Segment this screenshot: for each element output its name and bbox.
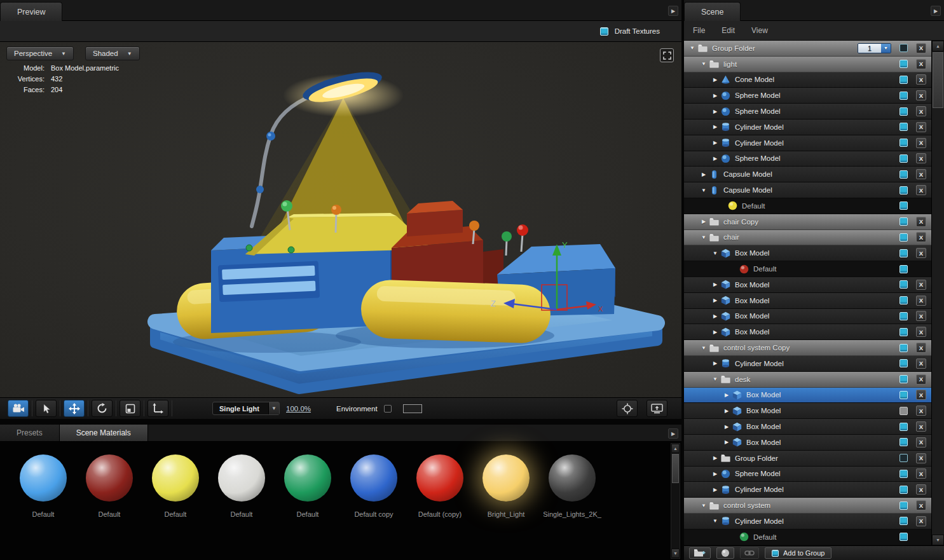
expand-arrow-icon[interactable]: ▶ [722,439,731,445]
add-to-group-button[interactable]: Add to Group [765,547,831,559]
delete-button[interactable]: X [916,453,926,463]
expand-arrow-icon[interactable]: ▶ [711,282,720,287]
delete-button[interactable]: X [916,122,926,132]
collapse-arrow-icon[interactable]: ▼ [699,345,708,351]
tree-row-box-model[interactable]: ▶Box ModelX [684,388,931,404]
delete-button[interactable]: X [916,217,926,227]
visibility-checkbox[interactable] [900,280,908,289]
delete-button[interactable]: X [916,327,926,337]
expand-arrow-icon[interactable]: ▶ [711,140,720,146]
tree-row-capsule-model[interactable]: ▼Capsule ModelX [684,182,931,198]
delete-button[interactable]: X [916,138,926,148]
material-tile[interactable]: Default [275,449,341,518]
delete-button[interactable]: X [916,343,926,353]
material-tile[interactable]: Single_Lights_2K_ [539,449,605,518]
material-sphere[interactable] [152,454,199,502]
collapse-arrow-icon[interactable]: ▼ [711,250,720,256]
tab-preview[interactable]: Preview [0,2,62,21]
collapse-arrow-icon[interactable]: ▼ [711,518,720,524]
expand-arrow-icon[interactable]: ▶ [722,392,731,398]
material-tile[interactable]: Default [142,449,209,518]
expand-arrow-icon[interactable]: ▶ [711,455,720,461]
delete-button[interactable]: X [916,437,926,447]
visibility-checkbox[interactable] [900,375,908,383]
tree-row-box-model[interactable]: ▼Box ModelX [684,245,931,261]
material-sphere[interactable] [20,454,67,502]
expand-arrow-icon[interactable]: ▶ [722,408,731,414]
link-button[interactable] [740,547,759,559]
delete-button[interactable]: X [916,484,926,495]
tab-scene-materials[interactable]: Scene Materials [60,425,148,441]
visibility-checkbox[interactable] [900,233,908,242]
visibility-checkbox[interactable] [900,391,908,399]
tree-row-control-system-copy[interactable]: ▼control system CopyX [684,340,931,356]
tree-row-chair-copy[interactable]: ▶chair CopyX [684,214,931,230]
expand-arrow-icon[interactable]: ▶ [722,424,731,430]
visibility-checkbox[interactable] [900,186,908,195]
zoom-level-link[interactable]: 100.0% [286,405,311,413]
delete-button[interactable]: X [916,153,926,163]
delete-button[interactable]: X [916,311,926,321]
collapse-arrow-icon[interactable]: ▼ [699,235,708,240]
tree-row-cylinder-model[interactable]: ▶Cylinder ModelX [684,135,931,151]
delete-button[interactable]: X [916,59,926,69]
visibility-checkbox[interactable] [900,296,908,304]
tree-row-sphere-model[interactable]: ▶Sphere ModelX [684,467,931,482]
shading-dropdown[interactable]: Shaded ▼ [85,46,140,60]
material-sphere[interactable] [482,454,530,502]
visibility-checkbox[interactable] [900,139,908,147]
visibility-checkbox[interactable] [900,201,908,210]
camera-tool-button[interactable] [8,400,29,417]
scene-tree-scrollbar[interactable]: ▲ ▼ [931,41,944,545]
tree-row-control-system[interactable]: ▼control systemX [684,498,931,514]
material-tile[interactable]: Default (copy) [407,449,473,518]
fullscreen-button[interactable] [660,48,674,62]
delete-button[interactable]: X [916,421,926,432]
collapse-arrow-icon[interactable]: ▼ [711,376,720,382]
draft-textures-checkbox[interactable] [600,27,608,36]
tree-row-box-model[interactable]: ▶Box ModelX [684,419,931,435]
tree-row-sphere-model[interactable]: ▶Sphere ModelX [684,151,931,167]
visibility-checkbox[interactable] [900,265,908,273]
tree-row-box-model[interactable]: ▶Box ModelX [684,293,931,309]
tree-row-sphere-model[interactable]: ▶Sphere ModelX [684,104,931,120]
visibility-checkbox[interactable] [900,407,908,415]
material-tile[interactable]: Default copy [341,449,407,518]
delete-button[interactable]: X [916,468,926,479]
material-sphere[interactable] [218,454,265,502]
visibility-checkbox[interactable] [900,517,908,525]
visibility-checkbox[interactable] [900,423,908,431]
transform-tool-button[interactable] [147,400,168,417]
viewport-3d[interactable]: Y Z X [0,42,681,397]
visibility-checkbox[interactable] [900,328,908,336]
tree-row-cylinder-model[interactable]: ▶Cylinder ModelX [684,120,931,135]
perspective-dropdown[interactable]: Perspective ▼ [6,46,74,60]
expand-arrow-icon[interactable]: ▶ [711,156,720,161]
focus-target-button[interactable] [617,400,638,417]
tree-row-default[interactable]: Default [684,261,931,277]
collapse-arrow-icon[interactable]: ▼ [699,503,708,509]
visibility-checkbox[interactable] [900,44,908,52]
menu-edit[interactable]: Edit [722,26,735,35]
new-material-button[interactable] [716,547,734,559]
visibility-checkbox[interactable] [900,92,908,100]
tree-row-box-model[interactable]: ▶Box ModelX [684,403,931,419]
tab-presets[interactable]: Presets [0,425,60,441]
collapse-arrow-icon[interactable]: ▼ [699,61,708,67]
light-mode-dropdown[interactable]: Single Light ▼ [212,402,280,415]
expand-arrow-icon[interactable]: ▶ [711,109,720,114]
material-tile[interactable]: Default [209,449,275,518]
tree-row-cone-model[interactable]: ▶Cone ModelX [684,72,931,88]
visibility-checkbox[interactable] [900,60,908,68]
visibility-checkbox[interactable] [900,123,908,131]
tree-row-cylinder-model[interactable]: ▶Cylinder ModelX [684,356,931,372]
tree-row-box-model[interactable]: ▶Box ModelX [684,277,931,293]
material-sphere[interactable] [549,454,596,502]
visibility-checkbox[interactable] [900,170,908,179]
visibility-checkbox[interactable] [900,486,908,494]
tree-row-desk[interactable]: ▼deskX [684,372,931,388]
visibility-checkbox[interactable] [900,502,908,510]
delete-button[interactable]: X [916,500,926,510]
tree-row-group-folder[interactable]: ▼Group Folder1▼X [684,41,931,57]
material-tile[interactable]: Default [76,449,142,518]
